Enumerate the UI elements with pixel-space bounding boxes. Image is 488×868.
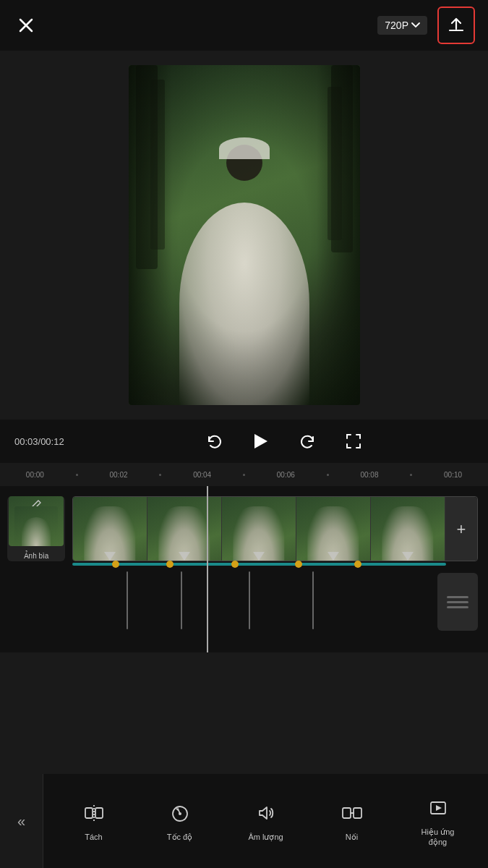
toolbar-label-toc-do: Tốc độ xyxy=(167,832,192,842)
rewind-button[interactable] xyxy=(202,428,228,454)
keyframe-dot-2 xyxy=(166,561,174,568)
video-preview xyxy=(129,65,360,405)
video-frame-2 xyxy=(147,497,222,561)
quality-selector[interactable]: 720P xyxy=(377,16,427,35)
undo-icon xyxy=(205,432,224,451)
toolbar-item-noi[interactable]: Nối xyxy=(323,800,381,842)
timeline-area: Ảnh bìa + xyxy=(0,486,488,652)
header-right: 720P xyxy=(377,7,475,44)
svg-point-6 xyxy=(179,812,181,815)
triangle-marker-4 xyxy=(328,552,339,561)
cover-label: Ảnh bìa xyxy=(24,549,49,561)
toolbar-item-hieu-ung-dong[interactable]: Hiệu ứng động xyxy=(409,795,467,848)
ruler-mark-0: 00:00 xyxy=(7,471,63,479)
upload-icon xyxy=(447,16,466,35)
toolbar-label-noi: Nối xyxy=(346,832,358,842)
export-button[interactable] xyxy=(437,7,475,44)
music-line-3 xyxy=(447,606,468,608)
triangle-marker-3 xyxy=(253,552,265,561)
fullscreen-icon xyxy=(345,433,362,450)
collapse-button[interactable]: « xyxy=(0,774,43,868)
toolbar-label-tach: Tách xyxy=(85,832,102,842)
ruler-dot-3 xyxy=(327,474,329,476)
ruler-dot-1 xyxy=(159,474,161,476)
toolbar-label-am-luong: Âm lượng xyxy=(248,832,283,842)
triangle-marker-2 xyxy=(179,552,190,561)
close-icon xyxy=(17,17,35,34)
keyframe-dot-3 xyxy=(231,561,239,568)
time-display: 00:03/00:12 xyxy=(14,436,94,447)
video-frame-5 xyxy=(371,497,445,561)
cover-thumb-inner xyxy=(9,496,64,546)
join-icon xyxy=(339,800,365,826)
effect-icon xyxy=(425,795,451,821)
ruler-mark-4: 00:08 xyxy=(342,471,398,479)
close-button[interactable] xyxy=(13,12,39,38)
svg-marker-10 xyxy=(436,805,442,811)
video-track[interactable]: + xyxy=(72,496,478,561)
app-header: 720P xyxy=(0,0,488,51)
ruler-mark-5: 00:10 xyxy=(425,471,481,479)
ruler-marks: 00:00 00:02 00:04 00:06 00:08 00:10 xyxy=(7,471,481,479)
play-icon xyxy=(254,434,267,448)
ruler-dot-2 xyxy=(243,474,245,476)
add-clip-button[interactable]: + xyxy=(445,497,477,561)
ruler-dot-4 xyxy=(410,474,412,476)
speed-icon xyxy=(167,800,193,826)
music-line-1 xyxy=(447,596,468,598)
svg-rect-8 xyxy=(354,808,361,818)
keyframe-dot-1 xyxy=(112,561,119,568)
audio-marker-3 xyxy=(249,571,250,629)
chevron-down-icon xyxy=(411,21,420,30)
toolbar-label-hieu-ung-dong: Hiệu ứng động xyxy=(421,827,455,848)
toolbar-item-am-luong[interactable]: Âm lượng xyxy=(237,800,295,842)
volume-icon xyxy=(253,800,279,826)
timeline-cursor xyxy=(207,486,208,652)
fullscreen-button[interactable] xyxy=(341,428,367,454)
music-icon xyxy=(447,596,468,608)
audio-marker-1 xyxy=(127,571,128,629)
triangle-marker-5 xyxy=(402,552,414,561)
audio-marker-4 xyxy=(312,571,314,629)
double-chevron-icon: « xyxy=(17,813,25,830)
plus-icon: + xyxy=(457,520,466,539)
bottom-toolbar: « Tách Tốc độ xyxy=(0,774,488,868)
music-line-2 xyxy=(447,601,468,603)
video-frame-4 xyxy=(296,497,371,561)
timeline-ruler: 00:00 00:02 00:04 00:06 00:08 00:10 xyxy=(0,463,488,486)
quality-label: 720P xyxy=(385,20,408,31)
play-button[interactable] xyxy=(248,428,274,454)
controls-center xyxy=(94,428,474,454)
svg-rect-2 xyxy=(85,808,93,818)
redo-icon xyxy=(298,432,317,451)
keyframe-track xyxy=(72,563,446,566)
music-placeholder-box xyxy=(437,573,478,631)
ruler-mark-1: 00:02 xyxy=(91,471,147,479)
video-frame-3 xyxy=(222,497,296,561)
triangle-marker-1 xyxy=(104,552,116,561)
svg-rect-7 xyxy=(343,808,351,818)
svg-rect-3 xyxy=(95,808,103,818)
toolbar-items: Tách Tốc độ Âm xyxy=(43,795,488,848)
ruler-mark-3: 00:06 xyxy=(258,471,314,479)
ruler-mark-2: 00:04 xyxy=(174,471,230,479)
cover-thumbnail[interactable]: Ảnh bìa xyxy=(7,496,65,561)
controls-bar: 00:03/00:12 xyxy=(0,420,488,463)
split-icon xyxy=(81,800,107,826)
toolbar-item-toc-do[interactable]: Tốc độ xyxy=(151,800,209,842)
ruler-dot-0 xyxy=(76,474,78,476)
keyframe-dot-4 xyxy=(295,561,302,568)
forward-button[interactable] xyxy=(294,428,320,454)
vignette-overlay xyxy=(129,65,360,405)
audio-marker-2 xyxy=(181,571,182,629)
video-frame-1 xyxy=(73,497,147,561)
preview-area xyxy=(0,51,488,420)
toolbar-item-tach[interactable]: Tách xyxy=(65,800,123,842)
keyframe-dot-5 xyxy=(354,561,361,568)
